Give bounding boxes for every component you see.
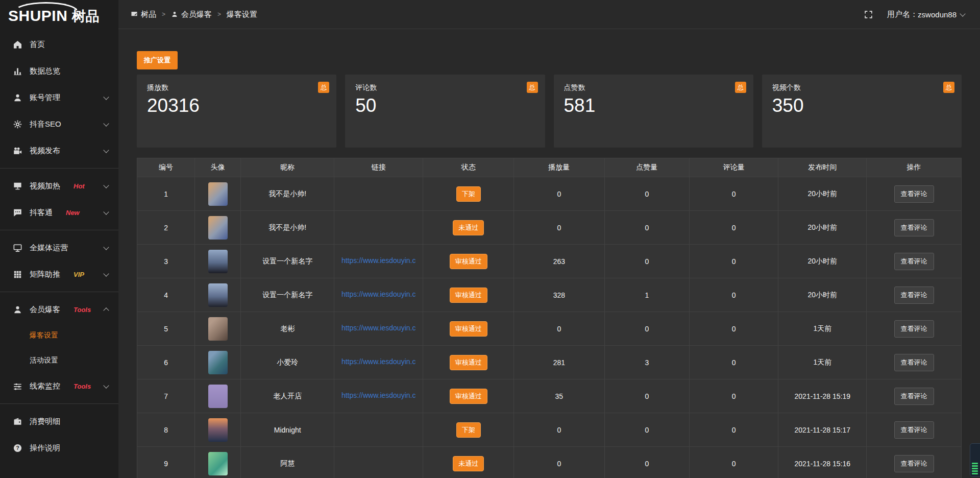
sidebar-subitem-baoke-settings[interactable]: 爆客设置: [0, 323, 118, 348]
cell-time: 20小时前: [778, 211, 867, 245]
user-icon: [171, 11, 178, 18]
sidebar-item-badge: VIP: [74, 271, 84, 278]
widget-bar: [972, 473, 978, 474]
view-comments-button[interactable]: 查看评论: [894, 388, 934, 405]
status-button[interactable]: 下架: [456, 422, 481, 438]
cell-id: 5: [137, 312, 195, 346]
breadcrumb-item-2[interactable]: 爆客设置: [227, 10, 257, 19]
view-comments-button[interactable]: 查看评论: [894, 219, 934, 236]
cell-likes: 0: [604, 447, 689, 478]
avatar: [208, 182, 228, 206]
status-button[interactable]: 下架: [456, 186, 481, 202]
video-link[interactable]: https://www.iesdouyin.c: [341, 256, 416, 265]
cell-id: 4: [137, 278, 195, 312]
status-button[interactable]: 未通过: [453, 220, 484, 235]
user-icon: [12, 92, 22, 103]
chevron-down-icon: [103, 182, 109, 188]
view-comments-button[interactable]: 查看评论: [894, 286, 934, 304]
table-wrap: 编号头像昵称链接状态播放量点赞量评论量发布时间操作 1我不是小帅!下架00020…: [137, 158, 962, 478]
col-header-plays: 播放量: [514, 158, 605, 177]
sidebar-nav: 首页数据总览账号管理抖音SEO视频发布视频加热Hot抖客通New全媒体运营矩阵助…: [0, 29, 118, 461]
table-row: 1我不是小帅!下架00020小时前查看评论: [137, 177, 962, 211]
avatar: [208, 385, 228, 408]
cell-link: [334, 447, 423, 478]
sidebar-item-matrix-boost[interactable]: 矩阵助推VIP: [0, 261, 118, 288]
sidebar-item-label: 消费明细: [30, 417, 60, 426]
cell-action: 查看评论: [867, 346, 962, 379]
status-button[interactable]: 审核通过: [450, 355, 487, 370]
avatar: [208, 216, 228, 240]
avatar: [208, 418, 228, 442]
sidebar-item-douketong[interactable]: 抖客通New: [0, 199, 118, 226]
stat-card-value: 20316: [147, 95, 326, 116]
status-button[interactable]: 审核通过: [450, 321, 487, 337]
status-button[interactable]: 审核通过: [450, 254, 487, 269]
screen-icon: [12, 181, 22, 191]
username-label: 用户名：: [887, 10, 918, 19]
floating-status-widget[interactable]: [970, 443, 980, 477]
sidebar-subitem-activity-settings[interactable]: 活动设置: [0, 348, 118, 373]
view-comments-button[interactable]: 查看评论: [894, 421, 934, 439]
status-button[interactable]: 未通过: [453, 456, 484, 471]
view-comments-button[interactable]: 查看评论: [894, 185, 934, 203]
stat-card-value: 581: [564, 95, 743, 116]
sidebar-item-data-overview[interactable]: 数据总览: [0, 58, 118, 84]
cell-action: 查看评论: [867, 413, 962, 447]
cell-comments: 0: [690, 177, 778, 211]
status-button[interactable]: 审核通过: [450, 288, 487, 303]
sidebar-item-account[interactable]: 账号管理: [0, 84, 118, 111]
video-link[interactable]: https://www.iesdouyin.c: [341, 357, 416, 366]
sidebar-subitem-label: 爆客设置: [30, 331, 58, 340]
sidebar-item-media-operation[interactable]: 全媒体运营: [0, 234, 118, 261]
logo: SHUPIN 树品: [0, 0, 118, 29]
video-link[interactable]: https://www.iesdouyin.c: [341, 324, 416, 332]
stat-card-label: 视频个数: [772, 83, 951, 92]
sidebar-item-label: 抖音SEO: [30, 119, 61, 129]
cell-action: 查看评论: [867, 211, 962, 245]
total-badge: 总: [943, 82, 954, 93]
stat-card-label: 点赞数: [564, 83, 743, 92]
cell-time: 20小时前: [778, 245, 867, 278]
sidebar-item-label: 视频发布: [30, 146, 60, 156]
table-row: 4设置一个新名字https://www.iesdouyin.c审核通过32810…: [137, 278, 962, 312]
status-button[interactable]: 审核通过: [450, 389, 487, 404]
sidebar-item-home[interactable]: 首页: [0, 31, 118, 58]
col-header-likes: 点赞量: [604, 158, 689, 177]
sidebar-item-douyin-seo[interactable]: 抖音SEO: [0, 111, 118, 137]
sidebar-item-video-publish[interactable]: 视频发布: [0, 137, 118, 164]
table-row: 3设置一个新名字https://www.iesdouyin.c审核通过26300…: [137, 245, 962, 278]
sidebar-item-member-baoke[interactable]: 会员爆客Tools: [0, 296, 118, 323]
video-link[interactable]: https://www.iesdouyin.c: [341, 391, 416, 399]
cell-link: https://www.iesdouyin.c: [334, 245, 423, 278]
video-link[interactable]: https://www.iesdouyin.c: [341, 290, 416, 298]
sidebar-item-operation-guide[interactable]: ?操作说明: [0, 435, 118, 461]
cell-comments: 0: [690, 312, 778, 346]
breadcrumb-item-0[interactable]: 树品: [131, 10, 156, 19]
cell-avatar: [195, 413, 241, 447]
cell-plays: 0: [514, 312, 605, 346]
view-comments-button[interactable]: 查看评论: [894, 253, 934, 270]
breadcrumb-item-1[interactable]: 会员爆客: [171, 10, 212, 19]
cell-time: 1天前: [778, 346, 867, 379]
cell-status: 下架: [423, 177, 514, 211]
topbar-right: 用户名： zswodun88: [864, 10, 965, 19]
cell-plays: 0: [514, 413, 605, 447]
stat-card-comments: 评论数总50: [345, 75, 545, 148]
view-comments-button[interactable]: 查看评论: [894, 455, 934, 472]
promo-settings-button[interactable]: 推广设置: [137, 51, 178, 69]
user-menu[interactable]: 用户名： zswodun88: [887, 10, 965, 19]
sidebar-item-consumption-detail[interactable]: 消费明细: [0, 408, 118, 435]
cell-status: 审核通过: [423, 278, 514, 312]
cell-avatar: [195, 245, 241, 278]
sidebar-divider: [0, 230, 118, 230]
sidebar-item-clue-monitor[interactable]: 线索监控Tools: [0, 373, 118, 399]
content: 推广设置 播放数总20316评论数总50点赞数总581视频个数总350 编号头像…: [118, 29, 980, 478]
avatar: [208, 250, 228, 273]
fullscreen-icon[interactable]: [864, 10, 873, 19]
cell-avatar: [195, 211, 241, 245]
view-comments-button[interactable]: 查看评论: [894, 354, 934, 371]
sidebar-item-video-heat[interactable]: 视频加热Hot: [0, 173, 118, 199]
view-comments-button[interactable]: 查看评论: [894, 320, 934, 338]
cell-action: 查看评论: [867, 447, 962, 478]
cell-id: 1: [137, 177, 195, 211]
